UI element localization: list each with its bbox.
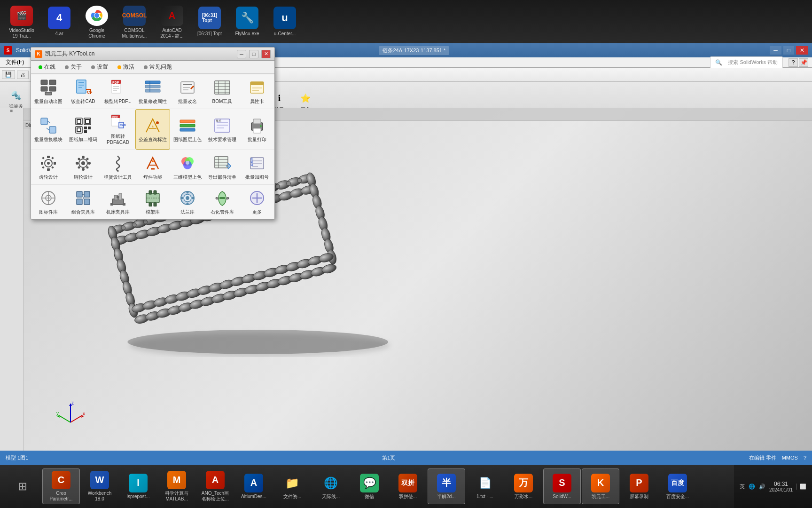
menu-file[interactable]: 文件(F) <box>4 57 26 67</box>
taskbar-btn-taskview[interactable]: ⊞ <box>4 468 41 504</box>
kytool-tech-mgr[interactable]: 技术 技术要求管理 <box>205 109 240 150</box>
sw-left-panel: ≡ <box>0 108 23 451</box>
taskbar-btn-txt1[interactable]: 📄 1.txt - ... <box>466 468 504 504</box>
kytool-icon-lib[interactable]: 图标件库 <box>31 185 66 219</box>
tray-clock[interactable]: 06:31 2024/01/01 <box>769 481 793 492</box>
kytool-close-btn[interactable]: ✕ <box>261 50 271 58</box>
taskbar-btn-matlab[interactable]: M 科学计算与MATLAB... <box>158 468 195 504</box>
taskbar-btn-altium[interactable]: A AltiumDes... <box>235 468 273 504</box>
kytool-menu-activate[interactable]: 激活 <box>114 62 138 72</box>
videostudio-label: VideoStudio19 Trai... <box>9 28 34 38</box>
toolbar-save-btn[interactable]: 💾 <box>2 70 15 79</box>
kytool-spring-tool[interactable]: 弹簧设计工具 <box>101 150 135 184</box>
kytool-drawing-pdf[interactable]: PDF CAD 图纸转PDF&CAD <box>101 109 135 150</box>
taskbar-app-topleft[interactable]: [06:31]Topt [06:31] Topt <box>192 3 227 40</box>
kytool-attr-card[interactable]: 属性卡 <box>240 74 274 109</box>
kytool-menu-settings[interactable]: 设置 <box>87 62 112 72</box>
tray-show-desktop[interactable]: ⬜ <box>796 484 806 490</box>
kytool-batch-print[interactable]: 批量打印 <box>240 109 274 150</box>
taskbar-btn-qq[interactable]: 🌐 天际线... <box>312 468 350 504</box>
kytool-model-pdf[interactable]: PDF 模型转PDF... <box>101 74 135 109</box>
taskbar-app-flymcu[interactable]: 🔧 FlyMcu.exe <box>229 3 265 40</box>
kytool-layer-color[interactable]: 图纸图层上色 <box>170 109 205 150</box>
taskbar-btn-filemgr[interactable]: 📁 文件资... <box>273 468 311 504</box>
svg-rect-118 <box>41 80 47 85</box>
sw-window-controls: ─ □ ✕ <box>770 46 808 55</box>
kytool-sheet-cad[interactable]: CAD 钣金转CAD <box>66 74 101 109</box>
kytool-more[interactable]: 更多 <box>240 185 274 219</box>
kytool-bom-tool[interactable]: BOM工具 <box>205 74 240 109</box>
sw-pin-btn[interactable]: 📌 <box>799 58 808 67</box>
taskbar-btn-isprepost[interactable]: I Isprepost... <box>119 468 157 504</box>
batch-auto-label: 批量自动出图 <box>34 98 62 104</box>
taskbar-app-ucenter[interactable]: u u-Center... <box>267 3 303 40</box>
sw-maximize-btn[interactable]: □ <box>783 46 794 55</box>
kytool-batch-prop[interactable]: 批量修改属性 <box>135 74 170 109</box>
kytool-petrochem-lib2[interactable]: 石化管件库 <box>205 185 240 219</box>
kytool-batch-replace[interactable]: 批量替换模块 <box>31 109 66 150</box>
search-icon: 🔍 <box>713 58 724 67</box>
svg-text:PDF: PDF <box>112 116 118 119</box>
taskbar-btn-baidu[interactable]: 百度 百度安全... <box>659 468 696 504</box>
svg-rect-189 <box>47 168 50 171</box>
ucenter-label: u-Center... <box>274 31 296 37</box>
kytool-maximize-btn[interactable]: □ <box>249 50 258 58</box>
status-center: 第1页 <box>382 454 395 461</box>
online-indicator <box>39 65 42 69</box>
status-unit: MMGS <box>782 455 798 460</box>
kytool-drawing-qr[interactable]: 图纸加二维码 <box>66 109 101 150</box>
kytool-menu-about[interactable]: 关于 <box>61 62 86 72</box>
kytool-mold-lib2[interactable]: 模架库 <box>135 185 170 219</box>
sw-help-btn[interactable]: ? <box>789 58 798 67</box>
kytool-menu-faq[interactable]: 常见问题 <box>140 62 176 72</box>
kytool-batch-auto[interactable]: 批量自动出图 <box>31 74 66 109</box>
svg-rect-123 <box>77 80 86 93</box>
kytool-batch-no[interactable]: ① ② ③ 批量加图号 <box>240 150 274 184</box>
kytool-gear-design[interactable]: 齿轮设计 <box>31 150 66 184</box>
comsol-label: COMSOLMultiphysi... <box>122 28 147 38</box>
sw-close-btn[interactable]: ✕ <box>796 46 808 55</box>
taskbar-app-comsol[interactable]: COMSOL COMSOLMultiphysi... <box>117 3 152 40</box>
kytool-minimize-btn[interactable]: ─ <box>237 50 246 58</box>
svg-rect-166 <box>84 130 87 133</box>
kytool-tolerance[interactable]: ± 公差查询标注 <box>135 109 170 150</box>
taskbar-btn-banjie2d[interactable]: 半 半解2d... <box>428 468 465 504</box>
kytool-export-list[interactable]: 导出部件清单 <box>205 150 240 184</box>
taskbar-btn-creo[interactable]: C CreoParametr... <box>42 468 80 504</box>
flymcu-label: FlyMcu.exe <box>235 31 259 37</box>
toolbar-print-btn[interactable]: 🖨 <box>17 71 29 79</box>
svg-point-3 <box>127 330 388 354</box>
sw-minimize-btn[interactable]: ─ <box>770 46 781 55</box>
tray-volume[interactable]: 🔊 <box>759 484 765 490</box>
kytool-batch-rename[interactable]: 批量改名 <box>170 74 205 109</box>
svg-rect-232 <box>77 199 82 205</box>
taskbar-app-4ar[interactable]: 4 4.ar <box>41 3 77 40</box>
tray-network[interactable]: 🌐 <box>749 484 755 490</box>
wanpdf-icon: 万 <box>514 474 533 492</box>
svg-point-212 <box>186 161 189 165</box>
spring-lib-icon: 🔩 <box>8 88 23 103</box>
kytool-chain-design[interactable]: 链轮设计 <box>66 150 101 184</box>
taskbar-btn-screenrec[interactable]: P 屏幕录制 <box>620 468 658 504</box>
more-icon <box>248 189 266 207</box>
taskbar-btn-shuangpin[interactable]: 双拼 双拼使... <box>389 468 427 504</box>
taskbar-btn-anotech[interactable]: A ANO_Tech画名称绘上位... <box>196 468 234 504</box>
kytool-menu-online[interactable]: 在线 <box>35 62 59 72</box>
kytool-flange-lib2[interactable]: 法兰库 <box>170 185 205 219</box>
search-placeholder[interactable]: 搜索 SolidWorks 帮助 <box>726 58 780 67</box>
svg-rect-231 <box>84 191 90 197</box>
kytool-machine-lib2[interactable]: 机床夹具库 <box>101 185 135 219</box>
taskbar-app-chrome[interactable]: Google Chrome <box>79 3 115 40</box>
taskbar-btn-solidworks[interactable]: S SolidW... <box>543 468 581 504</box>
taskbar-btn-wechat[interactable]: 💬 微信 <box>351 468 388 504</box>
taskbar-btn-wanpdf[interactable]: 万 万彩水... <box>505 468 542 504</box>
taskbar-btn-workbench[interactable]: W Workbench18.0 <box>81 468 118 504</box>
taskbar-btn-kytool[interactable]: K 凯元工... <box>582 468 619 504</box>
taskbar-app-autocad[interactable]: A AutoCAD2014 - 简... <box>154 3 190 40</box>
kytool-combo-lib2[interactable]: 组合夹具库 <box>66 185 101 219</box>
kytool-3d-color[interactable]: 三维模型上色 <box>170 150 205 184</box>
kytool-weld-func[interactable]: 焊件功能 <box>135 150 170 184</box>
tray-lang[interactable]: 英 <box>740 483 745 490</box>
attr-card-icon <box>248 79 266 96</box>
taskbar-app-videostudio[interactable]: 🎬 VideoStudio19 Trai... <box>4 3 39 40</box>
